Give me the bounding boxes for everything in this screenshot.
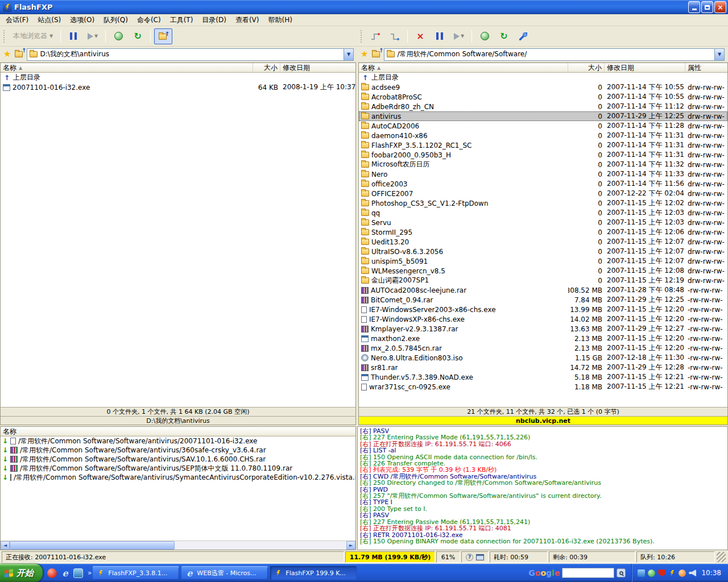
pause-transfer-button[interactable] xyxy=(64,28,82,44)
menu-item[interactable]: 站点(S) xyxy=(33,14,65,26)
chevron-expand-icon[interactable]: » xyxy=(88,569,92,577)
remote-path-combo[interactable]: /常用软件/Common Software/Software/ ▼ xyxy=(384,48,725,61)
file-row[interactable]: office200302007-11-14 下午 11:56drw-rw-rw- xyxy=(359,179,727,189)
column-header-name[interactable]: 名称▲ xyxy=(1,63,253,72)
combo-dropdown-button[interactable]: ▼ xyxy=(344,49,353,60)
file-row[interactable]: foobar2000_0.950b3_H02007-11-14 下午 11:31… xyxy=(359,150,727,160)
taskbar-clock[interactable]: 10:38 xyxy=(701,569,721,577)
file-row[interactable]: daemon410-x8602007-11-14 下午 11:31drw-rw-… xyxy=(359,131,727,140)
maximize-button[interactable] xyxy=(701,1,713,13)
scroll-thumb[interactable] xyxy=(10,541,175,550)
start-transfer-button[interactable]: ▼ xyxy=(84,28,102,44)
file-row[interactable]: IE7-WindowsServer2003-x86-chs.exe13.99 M… xyxy=(359,305,727,314)
file-row[interactable]: Kmplayer-v2.9.3.1387.rar13.63 MB2007-11-… xyxy=(359,324,727,334)
search-button[interactable] xyxy=(617,568,626,577)
file-row[interactable]: AutoCAD200602007-11-14 下午 11:28drw-rw-rw… xyxy=(359,121,727,131)
google-search-input[interactable] xyxy=(562,568,614,578)
show-desktop-icon[interactable] xyxy=(73,568,83,578)
horizontal-scrollbar[interactable]: ◄ ► xyxy=(1,541,355,550)
local-path-combo[interactable]: D:\我的文档\antivirus ▼ xyxy=(27,48,354,61)
help-icon[interactable]: ? xyxy=(466,554,473,561)
local-file-list[interactable]: ↑上层目录20071101-016-i32.exe64 KB2008-1-19 … xyxy=(1,73,355,407)
scroll-right-button[interactable]: ► xyxy=(346,541,355,550)
start-button[interactable]: 开始 xyxy=(0,564,43,582)
column-header-date[interactable]: 修改日期 xyxy=(605,63,685,72)
file-row[interactable]: FlashFXP_3.5.1.1202_RC1_SC02007-11-14 下午… xyxy=(359,140,727,150)
column-header-name[interactable]: 名称▲ xyxy=(359,63,568,72)
site-transfer-button[interactable] xyxy=(109,28,127,44)
menu-item[interactable]: 队列(Q) xyxy=(99,14,133,26)
file-row[interactable]: wrar371sc_cn-0925.exe1.18 MB2007-11-15 上… xyxy=(359,382,727,392)
file-row[interactable]: unispim5_b509102007-11-15 上午 12:07drw-rw… xyxy=(359,256,727,266)
quick-connect-button[interactable] xyxy=(386,28,404,44)
scroll-left-button[interactable]: ◄ xyxy=(1,541,10,550)
file-row[interactable]: IE7-WindowsXP-x86-chs.exe14.02 MB2007-11… xyxy=(359,314,727,324)
connect-button[interactable] xyxy=(366,28,384,44)
close-button[interactable]: × xyxy=(714,1,726,13)
file-row[interactable]: ↑上层目录 xyxy=(1,73,355,82)
start-transfer-button[interactable]: ▼ xyxy=(450,28,468,44)
queue-item[interactable]: ↓/常用软件/Common Software/Software/antiviru… xyxy=(1,455,355,464)
volume-icon[interactable] xyxy=(689,569,696,577)
file-row[interactable]: BitComet_0.94.rar7.84 MB2007-11-29 上午 12… xyxy=(359,295,727,305)
queue-list[interactable]: ↓/常用软件/Common Software/Software/antiviru… xyxy=(1,436,355,541)
taskbar-button[interactable]: eWEB迅雷 - Micros... xyxy=(181,566,268,580)
file-row[interactable]: Nero02007-11-14 下午 11:33drw-rw-rw- xyxy=(359,169,727,179)
scroll-track[interactable] xyxy=(10,541,346,550)
file-row[interactable]: maxthon2.exe2.13 MB2007-11-15 上午 12:20-r… xyxy=(359,334,727,343)
queue-item[interactable]: ↓/常用软件/Common Software/Software/antiviru… xyxy=(1,436,355,446)
media-player-icon[interactable] xyxy=(47,568,57,578)
file-row[interactable]: AUTOcad2008sc-leejune.rar808.52 MB2007-1… xyxy=(359,285,727,295)
file-row[interactable]: qq02007-11-15 上午 12:03drw-rw-rw- xyxy=(359,208,727,218)
tools-button[interactable] xyxy=(514,28,532,44)
parent-folder-button[interactable]: ↑ xyxy=(370,49,382,60)
local-browser-button[interactable]: 本地浏览器 ▼ xyxy=(9,30,57,43)
file-row[interactable]: Photoshop_CS3_SC_V1.2-FtpDown02007-11-15… xyxy=(359,198,727,208)
resize-grip[interactable] xyxy=(717,552,726,562)
menu-item[interactable]: 目录(D) xyxy=(197,14,231,26)
file-row[interactable]: Microsoft农历日历02007-11-14 下午 11:32drw-rw-… xyxy=(359,160,727,169)
column-header-size[interactable]: 大小 xyxy=(568,63,605,72)
download-manager-icon[interactable] xyxy=(679,569,686,577)
file-row[interactable]: Uedit13.2002007-11-15 上午 12:07drw-rw-rw- xyxy=(359,237,727,247)
file-row[interactable]: UltraISO-v8.6.3.205602007-11-15 上午 12:07… xyxy=(359,247,727,256)
taskbar-button[interactable]: FlashFXP 199.9 K... xyxy=(270,566,357,580)
favorites-star-icon[interactable]: ★ xyxy=(361,50,368,59)
column-header-name[interactable]: 名称 xyxy=(1,427,355,436)
file-row[interactable]: StormII_29502007-11-15 上午 12:06drw-rw-rw… xyxy=(359,227,727,237)
file-row[interactable]: OFFICE200702007-12-22 下午 02:04drw-rw-rw- xyxy=(359,189,727,198)
file-row[interactable]: ↑上层目录 xyxy=(359,73,727,82)
refresh-button[interactable]: ↻ xyxy=(129,28,147,44)
queue-item[interactable]: ↓/常用软件/Common Software/Software/antiviru… xyxy=(1,464,355,473)
compare-folders-button[interactable]: ↑ xyxy=(154,28,172,44)
green-status-icon[interactable] xyxy=(648,569,655,577)
internet-explorer-icon[interactable]: e xyxy=(60,568,70,578)
menu-item[interactable]: 选项(O) xyxy=(65,14,99,26)
file-row[interactable]: WLMessengercn_v8.502007-11-15 上午 12:08dr… xyxy=(359,266,727,276)
file-row[interactable]: acdsee902007-11-14 下午 10:55drw-rw-rw- xyxy=(359,82,727,92)
menu-item[interactable]: 会话(F) xyxy=(1,14,33,26)
favorites-star-icon[interactable]: ★ xyxy=(3,50,11,59)
file-row[interactable]: 20071101-016-i32.exe64 KB2008-1-19 上午 10… xyxy=(1,82,355,92)
ime-icon[interactable] xyxy=(638,569,645,577)
queue-item[interactable]: ↓/常用软件/Common Software/Software/antiviru… xyxy=(1,446,355,455)
file-row[interactable]: mx_2.0.5.7845cn.rar2.13 MB2007-11-15 上午 … xyxy=(359,343,727,353)
antivirus-shield-icon[interactable] xyxy=(658,569,665,577)
file-row[interactable]: Acrobat8ProSC02007-11-14 下午 10:55drw-rw-… xyxy=(359,92,727,102)
file-row[interactable]: Nero.8.Ultra.Edition803.iso1.15 GB2007-1… xyxy=(359,353,727,363)
site-transfer-button[interactable] xyxy=(475,28,494,44)
file-row[interactable]: Servu02007-11-15 上午 12:03drw-rw-rw- xyxy=(359,218,727,227)
parent-folder-button[interactable]: ↑ xyxy=(13,49,24,60)
menu-item[interactable]: 工具(T) xyxy=(166,14,198,26)
combo-dropdown-button[interactable]: ▼ xyxy=(714,49,724,60)
queue-item[interactable]: ↓/常用软件/Common Software/Software/antiviru… xyxy=(1,473,355,482)
file-row[interactable]: 金山词霸2007SP102007-11-15 上午 12:19drw-rw-rw… xyxy=(359,276,727,285)
file-row[interactable]: Thunder.v5.7.3.389.NoAD.exe5.18 MB2007-1… xyxy=(359,372,727,382)
abort-button[interactable]: × xyxy=(411,28,429,44)
column-header-attr[interactable]: 属性 xyxy=(685,63,727,72)
menu-item[interactable]: 命令(C) xyxy=(133,14,166,26)
menu-item[interactable]: 查看(V) xyxy=(231,14,264,26)
remote-file-list[interactable]: ↑上层目录acdsee902007-11-14 下午 10:55drw-rw-r… xyxy=(359,73,727,407)
taskbar-button[interactable]: FlashFXP_3.3.8.1... xyxy=(93,566,179,580)
pause-transfer-button[interactable] xyxy=(431,28,449,44)
